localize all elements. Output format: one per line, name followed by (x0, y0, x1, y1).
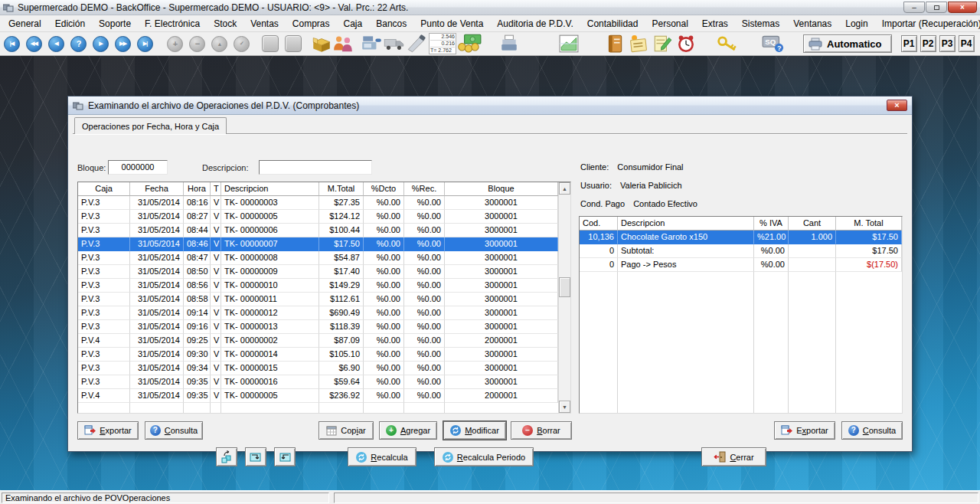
operations-scrollbar[interactable]: ▲ ▼ (558, 182, 570, 413)
table-cell: %0.00 (364, 279, 404, 293)
operation-row[interactable]: P.V.331/05/201409:34VTK- 00000015$6.90%0… (78, 362, 558, 375)
operation-row[interactable]: P.V.331/05/201408:50VTK- 00000009$17.40%… (78, 265, 558, 279)
table-cell: $124.12 (319, 210, 364, 224)
operation-row[interactable]: P.V.331/05/201409:30VTK- 00000014$105.10… (78, 348, 558, 362)
block-in-button[interactable] (245, 447, 266, 466)
last-record-button[interactable]: ▶| (137, 36, 153, 52)
menu-item[interactable]: Ventas (243, 16, 286, 31)
cash-register-icon[interactable] (360, 34, 383, 54)
cerrar-button[interactable]: Cerrar (701, 447, 766, 466)
chart-icon[interactable] (559, 34, 579, 53)
table-cell: V (211, 237, 221, 251)
page-button[interactable]: P4 (959, 35, 975, 52)
exportar-right-button[interactable]: Exportar (774, 421, 835, 440)
dialog-close-button[interactable]: × (887, 100, 907, 111)
block-out-button[interactable] (274, 447, 296, 466)
exportar-left-button[interactable]: Exportar (77, 421, 139, 440)
close-button[interactable]: × (948, 2, 977, 13)
money-icon[interactable] (456, 33, 482, 54)
menu-item[interactable]: Punto de Venta (413, 16, 490, 31)
bloque-input[interactable]: 0000000 (108, 160, 168, 175)
menu-item[interactable]: Personal (645, 16, 694, 31)
copy-stack-button[interactable] (216, 447, 237, 466)
detail-row[interactable]: 10,136Chocolate Garoto x150%21.001.000$1… (580, 231, 902, 244)
menu-item[interactable]: Ventanas (786, 16, 838, 31)
operation-row[interactable]: P.V.331/05/201408:58VTK- 00000011$112.61… (78, 293, 558, 306)
operation-row[interactable]: P.V.331/05/201408:27VTK- 00000005$124.12… (78, 210, 558, 224)
scroll-down-button[interactable]: ▼ (559, 401, 570, 413)
table-cell: 31/05/2014 (130, 224, 184, 237)
menu-item[interactable]: Compras (286, 16, 337, 31)
operation-row[interactable]: P.V.431/05/201409:25VTK- 00000002$87.09%… (78, 334, 558, 348)
table-cell: $59.64 (319, 375, 364, 389)
consulta-left-button[interactable]: ? Consulta (145, 421, 203, 440)
automatico-button[interactable]: Automatico (803, 34, 892, 53)
menu-item[interactable]: Auditoria de P.D.V. (490, 16, 580, 31)
page-button[interactable]: P2 (920, 35, 936, 52)
alarm-clock-icon[interactable] (676, 34, 696, 54)
menu-item[interactable]: F. Electrónica (138, 16, 207, 31)
scroll-up-button[interactable]: ▲ (559, 182, 570, 195)
recalcula-periodo-button[interactable]: Recalcula Periodo (434, 447, 534, 466)
operation-row[interactable]: P.V.331/05/201408:56VTK- 00000010$149.29… (78, 279, 558, 293)
tab-page-border (73, 134, 907, 135)
fast-next-button[interactable]: ▶▶ (115, 36, 131, 52)
page-button[interactable]: P1 (901, 35, 917, 52)
menu-item[interactable]: Soporte (92, 16, 138, 31)
menu-item[interactable]: Caja (337, 16, 370, 31)
descripcion-input[interactable] (259, 160, 372, 175)
consulta-right-button[interactable]: ? Consulta (841, 421, 903, 440)
table-cell: %0.00 (364, 306, 404, 320)
cutter-icon[interactable] (406, 34, 427, 54)
operation-row[interactable]: P.V.331/05/201409:16VTK- 00000013$118.39… (78, 320, 558, 334)
table-cell: TK- 00000005 (221, 210, 319, 224)
next-record-button[interactable]: ▶ (93, 36, 109, 52)
table-cell: 3000001 (445, 196, 558, 210)
sql-help-icon[interactable]: SQ ? (762, 34, 785, 54)
tab-operaciones[interactable]: Operaciones por Fecha, Hora y Caja (74, 117, 227, 134)
menu-item[interactable]: Contabilidad (580, 16, 645, 31)
operation-row[interactable]: P.V.431/05/201409:35VTK- 00000005$236.92… (78, 389, 558, 403)
promo-note-icon[interactable] (629, 34, 648, 54)
operation-row[interactable]: P.V.331/05/201408:44VTK- 00000006$100.44… (78, 224, 558, 237)
menu-item[interactable]: Extras (695, 16, 735, 31)
minimize-button[interactable]: – (903, 2, 925, 13)
menu-item[interactable]: Importar (Recuperación) (875, 16, 980, 31)
status-panel-2 (334, 493, 978, 503)
help-nav-button[interactable]: ? (70, 36, 87, 52)
detail-row[interactable]: 0Subtotal:%0.00$17.50 (580, 244, 902, 258)
borrar-button[interactable]: − Borrar (511, 421, 572, 440)
copiar-button[interactable]: Copiar (318, 421, 374, 440)
menu-item[interactable]: Login (838, 16, 874, 31)
address-book-icon[interactable] (605, 34, 625, 54)
menu-item[interactable]: Edición (48, 16, 92, 31)
table-cell: P.V.3 (78, 348, 130, 362)
prev-record-button[interactable]: ◀ (48, 36, 64, 52)
customers-icon[interactable] (332, 34, 354, 54)
agregar-button[interactable]: + Agregar (379, 421, 437, 440)
operation-row[interactable]: P.V.331/05/201408:16VTK- 00000003$27.35%… (78, 196, 558, 210)
key-icon[interactable] (716, 34, 739, 54)
operation-row[interactable]: P.V.331/05/201409:35VTK- 00000016$59.64%… (78, 375, 558, 389)
page-button[interactable]: P3 (939, 35, 956, 52)
status-bar: Examinando el archivo de POVOperaciones (0, 490, 980, 504)
operation-row[interactable]: P.V.331/05/201408:47VTK- 00000008$54.87%… (78, 251, 558, 265)
first-record-button[interactable]: |◀ (4, 36, 20, 52)
fast-prev-button[interactable]: ◀◀ (26, 36, 42, 52)
menu-item[interactable]: Bancos (369, 16, 413, 31)
maximize-button[interactable] (926, 2, 947, 13)
detail-row[interactable]: 0Pago -> Pesos%0.00$(17.50) (580, 258, 902, 272)
modificar-button[interactable]: Modificar (443, 421, 506, 440)
operation-row[interactable]: P.V.331/05/201408:46VTK- 00000007$17.50%… (78, 237, 558, 251)
fiscal-printer-icon[interactable] (499, 34, 519, 54)
recalcula-button[interactable]: Recalcula (348, 447, 416, 466)
menu-item[interactable]: General (2, 16, 48, 31)
notepad-pencil-icon[interactable] (652, 34, 672, 54)
package-icon[interactable] (311, 34, 332, 54)
dialog-titlebar[interactable]: Examinando el archivo de Operaciones del… (68, 97, 912, 115)
operation-row[interactable]: P.V.331/05/201409:14VTK- 00000012$690.49… (78, 306, 558, 320)
scroll-thumb[interactable] (559, 277, 570, 297)
menu-item[interactable]: Sistemas (735, 16, 786, 31)
delivery-truck-icon[interactable] (383, 34, 406, 54)
menu-item[interactable]: Stock (207, 16, 243, 31)
